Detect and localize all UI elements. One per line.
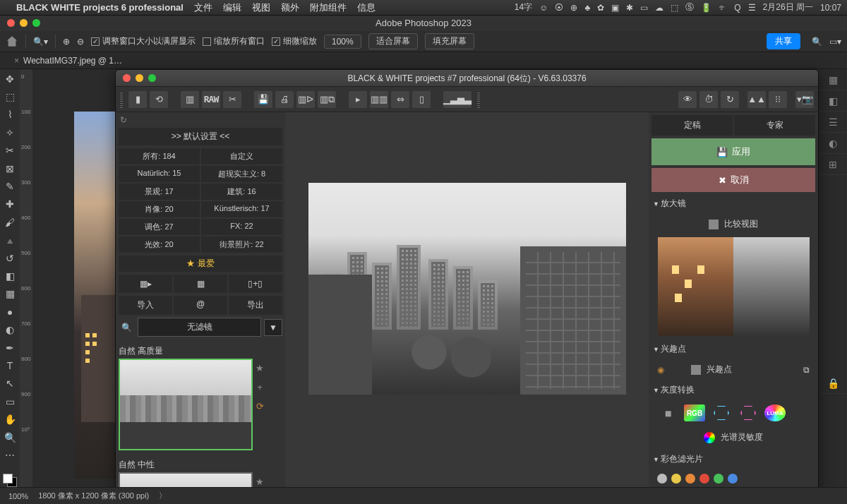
search-icon[interactable] [812,37,822,47]
zoom-tool-icon[interactable]: 🔍▾ [33,37,48,47]
preset-thumbnail[interactable] [119,359,253,450]
dropdown-icon[interactable]: ▼ [264,319,282,336]
checkbox-zoom-all[interactable] [203,37,211,46]
type-tool-icon[interactable]: T [3,359,17,372]
menu-addons[interactable]: 附加组件 [310,1,347,14]
shape-tool-icon[interactable]: ▭ [3,395,17,408]
search-icon[interactable]: 🔍 [119,323,135,332]
cancel-button[interactable]: ✖取消 [651,168,815,192]
refresh-icon[interactable]: ⟳ [256,401,264,412]
fill-screen-button[interactable]: 填充屏幕 [425,33,474,49]
gallery-icon[interactable]: ▥▥ [370,91,388,108]
camera-icon[interactable]: ▾📷 [795,91,814,108]
clipboard-icon[interactable]: ▥⧉ [318,91,336,108]
history-brush-icon[interactable]: ↺ [3,251,17,265]
export-button[interactable]: 导出 [229,296,282,315]
home-icon[interactable] [6,35,18,48]
apply-button[interactable]: 💾应用 [651,138,815,165]
move-tool-icon[interactable]: ✥ [3,72,17,85]
status-zoom[interactable]: 100% [8,492,28,500]
cat-artistic[interactable]: Künstlerisch: 17 [201,201,282,217]
status-icon[interactable]: ☺ [539,3,548,13]
status-icon[interactable]: ▣ [611,3,619,13]
poi-header[interactable]: 兴趣点 [651,340,815,358]
cat-landscape[interactable]: 景观: 17 [119,184,200,200]
import-button[interactable]: 导入 [119,296,172,315]
document-tab[interactable]: × WechatIMG37.jpeg @ 1… [0,52,847,69]
status-icon[interactable]: ✿ [597,3,604,13]
cat-custom[interactable]: 自定义 [201,148,282,164]
hsv-button[interactable] [711,404,732,421]
menu-info[interactable]: 信息 [357,1,376,14]
status-icon[interactable]: Ⓢ [685,1,694,13]
status-icon[interactable]: ♣ [584,3,590,13]
status-icon[interactable]: ▭ [640,3,648,13]
cat-portrait[interactable]: 肖像: 20 [119,201,200,217]
cat-toning[interactable]: 调色: 27 [119,219,200,235]
panel-icon[interactable]: 🔒 [819,373,847,394]
battery-icon[interactable]: 🔋 [701,3,711,13]
save-icon[interactable]: 💾 [254,91,272,108]
eyedropper-tool-icon[interactable]: ✎ [3,179,17,193]
panel-icon[interactable]: ▦ [819,69,847,90]
at-button[interactable]: @ [174,296,227,315]
eye-icon[interactable]: 👁 [678,91,697,108]
wifi-icon[interactable]: ᯤ [719,3,727,13]
edit-toolbar-icon[interactable]: ⋯ [3,448,17,462]
checkbox-scrubby[interactable] [272,37,280,46]
magnifier-preview[interactable] [658,237,810,336]
menu-view[interactable]: 视图 [252,1,270,14]
color-filter-header[interactable]: 彩色滤光片 [651,450,815,468]
batch-icon[interactable]: ▥ᐅ [296,91,315,108]
menu-edit[interactable]: 编辑 [223,1,241,14]
zoom-tool-icon[interactable]: 🔍 [3,431,17,444]
gradient-tool-icon[interactable]: ▦ [3,287,17,301]
poi-ring-icon[interactable]: ◉ [657,365,664,375]
status-icon[interactable]: ☁ [655,3,663,13]
fit-screen-button[interactable]: 适合屏幕 [368,33,418,49]
status-icon[interactable]: ⊕ [570,3,577,13]
cat-surreal[interactable]: 超现实主义: 8 [201,166,282,182]
compare-icon[interactable] [709,220,719,229]
tab-finalize[interactable]: 定稿 [651,115,733,136]
filter-select[interactable]: 无滤镜 [138,318,261,337]
settings-icon[interactable]: ⁝⁝ [769,91,787,108]
color-dot[interactable] [657,474,667,484]
tab-close-icon[interactable]: × [14,56,19,66]
menubar-time[interactable]: 10:07 [820,3,841,13]
color-dot[interactable] [699,474,709,484]
maximize-icon[interactable] [148,74,156,82]
workspace-icon[interactable]: ▭▾ [829,37,841,47]
info-icon[interactable]: ▯ [412,91,431,108]
histogram-icon[interactable]: ▁▃▅▃ [443,91,471,108]
status-icon[interactable]: ⬚ [671,3,678,13]
brush-tool-icon[interactable]: 🖌 [3,215,17,229]
cat-all[interactable]: 所有: 184 [119,148,200,164]
zoom-100-button[interactable]: 100% [324,35,361,49]
star-icon[interactable]: ★ [256,363,264,373]
redo-icon[interactable]: ↻ [721,91,739,108]
grid-view-icon[interactable]: ▦▸ [119,275,172,293]
luma-button[interactable]: LUMA [764,404,786,421]
menubar-date[interactable]: 2月26日 周一 [763,1,813,13]
raw-button[interactable]: RAW [202,91,220,108]
color-dot[interactable] [714,474,723,484]
color-dot[interactable] [728,474,738,484]
status-chevron-icon[interactable]: 〉 [159,491,167,501]
reload-icon[interactable]: ⟲ [150,91,168,108]
tab-expert[interactable]: 专家 [734,115,815,136]
close-icon[interactable] [7,19,15,27]
spectrum-row[interactable]: 光谱灵敏度 [651,427,815,448]
favorites-button[interactable]: ★ 最爱 [119,256,282,272]
refresh-icon[interactable]: ↻ [119,115,282,125]
cat-natural[interactable]: Natürlich: 15 [119,166,200,182]
new-icon[interactable]: ▮ [128,91,147,108]
zoom-out-icon[interactable]: ⊖ [77,37,84,47]
poi-toggle-icon[interactable] [691,365,701,375]
heal-tool-icon[interactable]: ✚ [3,198,17,211]
close-icon[interactable] [123,74,131,82]
compare-icon[interactable]: ▯+▯ [229,275,282,293]
minimize-icon[interactable] [20,19,28,27]
grid-icon[interactable]: ▦ [657,404,678,421]
dodge-tool-icon[interactable]: ◐ [3,323,17,336]
